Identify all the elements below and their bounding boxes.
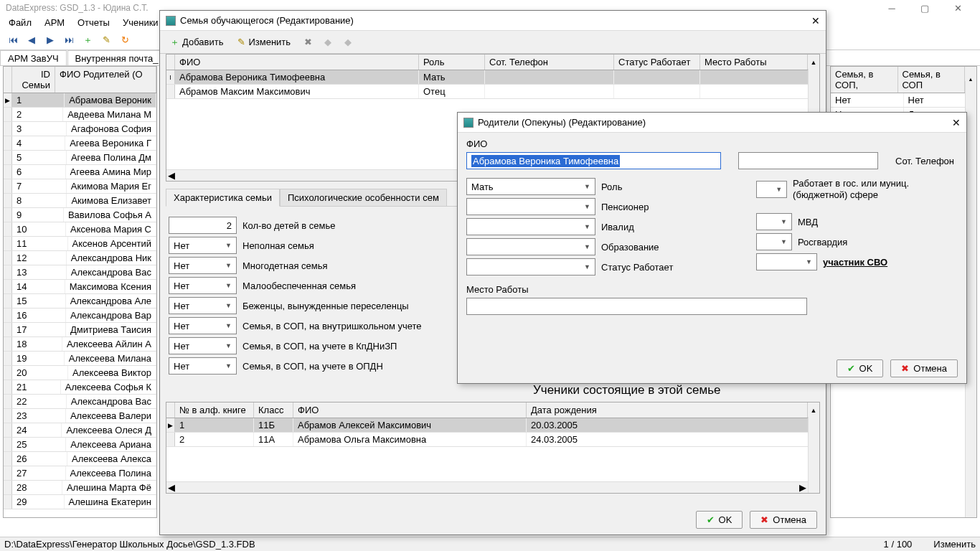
poor-combo[interactable]: Нет▼	[169, 277, 237, 294]
table-row[interactable]: 24Алексеева Олеся Д	[4, 423, 156, 438]
table-row[interactable]: 19Алексеева Милана	[4, 352, 156, 366]
maximize-button[interactable]: ▢	[908, 0, 941, 16]
table-row[interactable]: 20Алексеева Виктор	[4, 366, 156, 380]
col-role[interactable]: Роль	[419, 55, 485, 70]
col-status[interactable]: Статус Работает	[614, 55, 700, 70]
down-icon[interactable]: ◆	[339, 34, 357, 51]
nav-first-icon[interactable]: ⏮	[4, 32, 22, 49]
table-row[interactable]: 18Алексеева Айлин А	[4, 337, 156, 352]
table-row[interactable]: 29Алешина Екатерин	[4, 495, 156, 509]
students-grid[interactable]: № в алф. книге Класс ФИО Дата рождения ▲…	[166, 402, 820, 494]
table-row[interactable]: Абрамов Максим Максимович Отец	[166, 85, 819, 99]
sop2-combo[interactable]: Нет▼	[169, 337, 237, 354]
svo-link[interactable]: участник СВО	[823, 257, 887, 268]
col-fio[interactable]: ФИО Родителей (О	[55, 67, 156, 93]
up-icon[interactable]: ◆	[319, 34, 336, 51]
table-row[interactable]: 15Александрова Але	[4, 294, 156, 309]
mvd-combo[interactable]: ▼	[756, 213, 792, 230]
nav-last-icon[interactable]: ⏭	[60, 32, 77, 49]
family-modal-titlebar[interactable]: Семья обучающегося (Редактирование) ✕	[160, 11, 826, 31]
edit-button[interactable]: ✎Изменить	[232, 34, 296, 50]
workplace-input[interactable]	[466, 298, 807, 315]
scrollbar-v[interactable]	[808, 417, 819, 493]
table-row[interactable]: 13Александрова Вас	[4, 265, 156, 280]
table-row[interactable]: НетНет	[831, 93, 976, 108]
close-icon[interactable]: ✕	[811, 15, 820, 27]
families-grid[interactable]: ID Семьи ФИО Родителей (О ▶1Абрамова Вер…	[3, 66, 157, 518]
add-icon[interactable]: ＋	[79, 32, 96, 49]
many-combo[interactable]: Нет▼	[169, 257, 237, 274]
table-row[interactable]: 5Агеева Полина Дм	[4, 151, 156, 165]
close-icon[interactable]: ✕	[952, 117, 961, 128]
close-button[interactable]: ✕	[941, 0, 974, 16]
edit-icon[interactable]: ✎	[98, 32, 115, 49]
table-row[interactable]: I Абрамова Вероника Тимофеевна Мать	[166, 70, 819, 85]
table-row[interactable]: 2 11А Абрамова Ольга Максимовна 24.03.20…	[166, 433, 819, 447]
tab-arm[interactable]: АРМ ЗавУЧ	[0, 50, 67, 65]
table-row[interactable]: 7Акимова Мария Ег	[4, 179, 156, 194]
invalid-combo[interactable]: ▼	[466, 218, 595, 235]
table-row[interactable]: 26Алексеева Алекса	[4, 452, 156, 466]
table-row[interactable]: 4Агеева Вероника Г	[4, 136, 156, 151]
incomplete-combo[interactable]: Нет▼	[169, 237, 237, 254]
table-row[interactable]: 6Агеева Амина Мир	[4, 165, 156, 179]
table-row[interactable]: 27Алексеева Полина	[4, 466, 156, 481]
status-combo[interactable]: ▼	[466, 258, 595, 276]
cancel-button[interactable]: ✖Отмена	[750, 511, 817, 529]
table-row[interactable]: ▶1Абрамова Вероник	[4, 93, 156, 108]
table-row[interactable]: 21Алексеева Софья К	[4, 380, 156, 395]
table-row[interactable]: 12Александрова Ник	[4, 251, 156, 265]
table-row[interactable]: 8Акимова Елизавет	[4, 194, 156, 208]
nav-next-icon[interactable]: ▶	[42, 32, 59, 49]
table-row[interactable]: 3Агафонова София	[4, 122, 156, 136]
parent-modal-titlebar[interactable]: Родители (Опекуны) (Редактирование) ✕	[458, 113, 966, 133]
table-row[interactable]: 2Авдеева Милана М	[4, 108, 156, 122]
table-row[interactable]: 16Александрова Вар	[4, 309, 156, 323]
pension-combo[interactable]: ▼	[466, 198, 595, 215]
nav-prev-icon[interactable]: ◀	[23, 32, 40, 49]
table-row[interactable]: 17Дмитриева Таисия	[4, 323, 156, 337]
ok-button[interactable]: ✔OK	[837, 359, 884, 377]
delete-icon[interactable]: ✖	[299, 34, 316, 51]
tel-label: Сот. Телефон	[895, 156, 954, 166]
tel-input[interactable]	[738, 152, 878, 169]
tab-characteristics[interactable]: Характеристика семьи	[166, 189, 280, 207]
table-row[interactable]: 22Александрова Вас	[4, 395, 156, 409]
table-row[interactable]: 25Алексеева Ариана	[4, 438, 156, 452]
menu-file[interactable]: Файл	[3, 16, 37, 30]
refresh-icon[interactable]: ↻	[116, 32, 133, 49]
svo-combo[interactable]: ▼	[756, 253, 817, 270]
col-tel[interactable]: Сот. Телефон	[485, 55, 614, 70]
table-row[interactable]: 10Аксенова Мария С	[4, 222, 156, 237]
refugee-combo[interactable]: Нет▼	[169, 297, 237, 314]
fio-input[interactable]: Абрамова Вероника Тимофеевна	[466, 152, 721, 169]
cancel-button[interactable]: ✖Отмена	[890, 359, 958, 377]
tab-mail[interactable]: Внутренняя почта_	[67, 50, 166, 65]
col-sop1[interactable]: Семья, в СОП,	[831, 67, 898, 93]
kids-count-input[interactable]: 2	[169, 217, 237, 234]
table-row[interactable]: 14Максимова Ксения	[4, 280, 156, 294]
table-row[interactable]: 28Алешина Марта Фё	[4, 481, 156, 495]
col-sop2[interactable]: Семья, в СОП	[898, 67, 966, 93]
ok-button[interactable]: ✔OK	[696, 511, 743, 529]
table-row[interactable]: 9Вавилова Софья А	[4, 208, 156, 222]
tab-psych[interactable]: Психологические особенности сем	[280, 189, 447, 206]
menu-arm[interactable]: АРМ	[39, 16, 70, 30]
edu-combo[interactable]: ▼	[466, 238, 595, 255]
table-row[interactable]: ▶ 1 11Б Абрамов Алексей Максимович 20.03…	[166, 418, 819, 433]
col-fio[interactable]: ФИО	[175, 55, 419, 70]
table-row[interactable]: 23Алексеева Валери	[4, 409, 156, 423]
menu-reports[interactable]: Отчеты	[72, 16, 116, 30]
minimize-button[interactable]: ─	[875, 0, 908, 16]
menu-students[interactable]: Ученики	[117, 16, 164, 30]
col-work[interactable]: Место Работы	[700, 55, 808, 70]
sop3-combo[interactable]: Нет▼	[169, 357, 237, 375]
role-combo[interactable]: Мать▼	[466, 178, 595, 195]
scrollbar-h[interactable]: ◀▶	[166, 481, 808, 493]
rosg-combo[interactable]: ▼	[756, 233, 792, 250]
sop1-combo[interactable]: Нет▼	[169, 317, 237, 334]
table-row[interactable]: 11Аксенов Арсентий	[4, 237, 156, 251]
add-button[interactable]: ＋Добавить	[164, 34, 229, 51]
col-id[interactable]: ID Семьи	[12, 67, 55, 93]
gov-combo[interactable]: ▼	[756, 181, 787, 198]
